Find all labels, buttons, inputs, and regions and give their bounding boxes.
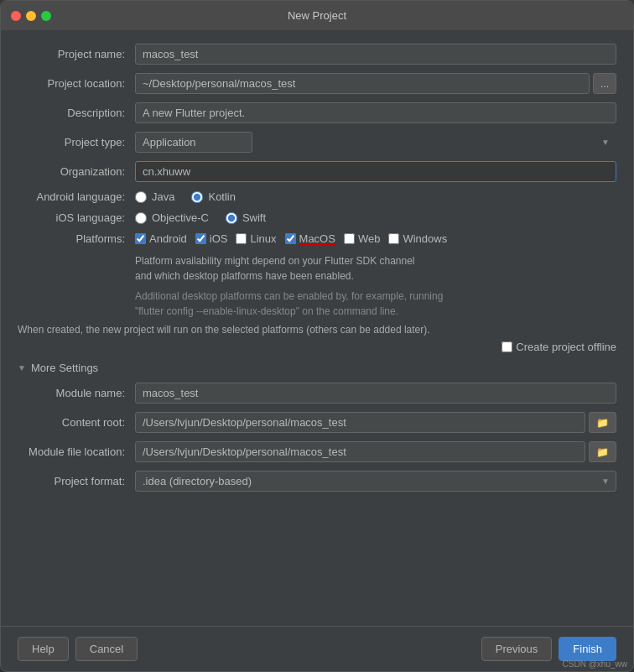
more-settings-toggle[interactable]: ▼ More Settings bbox=[18, 362, 616, 374]
android-language-field: Java Kotlin bbox=[135, 190, 616, 203]
organization-label: Organization: bbox=[18, 165, 135, 178]
browse-button[interactable]: ... bbox=[593, 73, 616, 94]
platforms-label: Platforms: bbox=[18, 232, 135, 245]
platform-windows-checkbox[interactable] bbox=[388, 233, 399, 244]
platform-macos[interactable]: MacOS bbox=[285, 232, 335, 245]
previous-button[interactable]: Previous bbox=[481, 637, 553, 661]
platform-ios-label: iOS bbox=[210, 232, 228, 245]
ios-objc-radio[interactable] bbox=[135, 212, 147, 224]
android-kotlin-option[interactable]: Kotlin bbox=[191, 190, 236, 203]
module-name-field bbox=[135, 383, 616, 404]
ios-language-row: iOS language: Objective-C Swift bbox=[18, 211, 616, 224]
footer-right: Previous Finish bbox=[481, 637, 616, 661]
project-type-select[interactable]: Application Plugin Package Module bbox=[135, 132, 252, 153]
finish-button[interactable]: Finish bbox=[559, 637, 616, 661]
platform-web-checkbox[interactable] bbox=[344, 233, 355, 244]
project-format-field: .idea (directory-based) Eclipse (.classp… bbox=[135, 471, 616, 492]
footer-left: Help Cancel bbox=[18, 637, 138, 661]
project-location-field: ... bbox=[135, 73, 616, 94]
platform-android-checkbox[interactable] bbox=[135, 233, 146, 244]
cancel-button[interactable]: Cancel bbox=[75, 637, 138, 661]
traffic-lights bbox=[11, 11, 51, 21]
platform-linux-checkbox[interactable] bbox=[236, 233, 247, 244]
platform-windows-label: Windows bbox=[403, 232, 447, 245]
project-type-row: Project type: Application Plugin Package… bbox=[18, 132, 616, 153]
ios-language-field: Objective-C Swift bbox=[135, 211, 616, 224]
watermark: CSDN @xhu_ww bbox=[563, 659, 627, 669]
dialog-title: New Project bbox=[288, 9, 346, 22]
organization-row: Organization: bbox=[18, 161, 616, 182]
project-format-row: Project format: .idea (directory-based) … bbox=[18, 471, 616, 492]
module-name-row: Module name: bbox=[18, 383, 616, 404]
close-button[interactable] bbox=[11, 11, 21, 21]
platforms-row: Platforms: Android iOS Linux bbox=[18, 232, 616, 245]
more-settings-section: ▼ More Settings Module name: Content roo… bbox=[18, 362, 616, 492]
organization-field bbox=[135, 161, 616, 182]
platform-note-secondary: Additional desktop platforms can be enab… bbox=[135, 289, 616, 319]
ios-swift-option[interactable]: Swift bbox=[226, 211, 266, 224]
android-language-group: Java Kotlin bbox=[135, 190, 616, 203]
minimize-button[interactable] bbox=[26, 11, 36, 21]
content-root-label: Content root: bbox=[18, 416, 135, 429]
create-offline-checkbox[interactable] bbox=[501, 341, 512, 352]
platform-ios[interactable]: iOS bbox=[195, 232, 228, 245]
module-file-location-field: 📁 bbox=[135, 441, 616, 462]
android-java-radio[interactable] bbox=[135, 191, 147, 203]
triangle-icon: ▼ bbox=[18, 363, 26, 372]
content-root-row: Content root: 📁 bbox=[18, 412, 616, 433]
content-root-input[interactable] bbox=[135, 412, 585, 433]
android-kotlin-radio[interactable] bbox=[191, 191, 203, 203]
module-file-location-input[interactable] bbox=[135, 441, 585, 462]
module-name-input[interactable] bbox=[135, 383, 616, 404]
project-format-label: Project format: bbox=[18, 475, 135, 487]
description-label: Description: bbox=[18, 107, 135, 119]
ios-objc-label: Objective-C bbox=[152, 211, 209, 224]
android-kotlin-label: Kotlin bbox=[208, 190, 236, 203]
project-location-input[interactable] bbox=[135, 73, 590, 94]
platform-macos-checkbox[interactable] bbox=[285, 233, 296, 244]
content-root-browse-button[interactable]: 📁 bbox=[589, 412, 616, 433]
platform-android[interactable]: Android bbox=[135, 232, 187, 245]
ios-swift-label: Swift bbox=[242, 211, 266, 224]
project-format-select[interactable]: .idea (directory-based) Eclipse (.classp… bbox=[135, 471, 616, 492]
project-name-input[interactable] bbox=[135, 44, 616, 65]
platform-note-text2: Additional desktop platforms can be enab… bbox=[135, 289, 616, 319]
chevron-down-icon: ▼ bbox=[601, 138, 610, 147]
dialog-footer: Help Cancel Previous Finish bbox=[1, 626, 633, 671]
create-offline-label: Create project offline bbox=[516, 341, 616, 353]
ios-objc-option[interactable]: Objective-C bbox=[135, 211, 209, 224]
title-bar: New Project bbox=[1, 1, 633, 30]
create-offline-option[interactable]: Create project offline bbox=[501, 341, 616, 353]
content-root-field: 📁 bbox=[135, 412, 616, 433]
ios-language-group: Objective-C Swift bbox=[135, 211, 616, 224]
project-name-field bbox=[135, 44, 616, 65]
platforms-group: Android iOS Linux MacOS bbox=[135, 232, 616, 245]
description-field bbox=[135, 102, 616, 123]
help-button[interactable]: Help bbox=[18, 637, 69, 661]
platform-note-primary: Platform availability might depend on yo… bbox=[135, 253, 616, 284]
android-language-row: Android language: Java Kotlin bbox=[18, 190, 616, 203]
android-java-option[interactable]: Java bbox=[135, 190, 174, 203]
created-note-text: When created, the new project will run o… bbox=[18, 324, 616, 336]
module-file-location-label: Module file location: bbox=[18, 445, 135, 458]
platforms-field: Android iOS Linux MacOS bbox=[135, 232, 616, 245]
organization-input[interactable] bbox=[135, 161, 616, 182]
platform-note-text1: Platform availability might depend on yo… bbox=[135, 253, 616, 284]
platform-web[interactable]: Web bbox=[344, 232, 381, 245]
module-file-location-browse-button[interactable]: 📁 bbox=[589, 441, 616, 462]
created-note-section: When created, the new project will run o… bbox=[18, 324, 616, 353]
platform-linux-label: Linux bbox=[250, 232, 276, 245]
description-input[interactable] bbox=[135, 102, 616, 123]
project-type-label: Project type: bbox=[18, 136, 135, 148]
android-language-label: Android language: bbox=[18, 190, 135, 203]
module-file-location-row: Module file location: 📁 bbox=[18, 441, 616, 462]
project-name-row: Project name: bbox=[18, 44, 616, 65]
platform-windows[interactable]: Windows bbox=[388, 232, 447, 245]
project-type-field: Application Plugin Package Module ▼ bbox=[135, 132, 616, 153]
maximize-button[interactable] bbox=[41, 11, 51, 21]
android-java-label: Java bbox=[152, 190, 174, 203]
project-name-label: Project name: bbox=[18, 48, 135, 60]
platform-linux[interactable]: Linux bbox=[236, 232, 276, 245]
platform-ios-checkbox[interactable] bbox=[195, 233, 206, 244]
ios-swift-radio[interactable] bbox=[226, 212, 237, 224]
